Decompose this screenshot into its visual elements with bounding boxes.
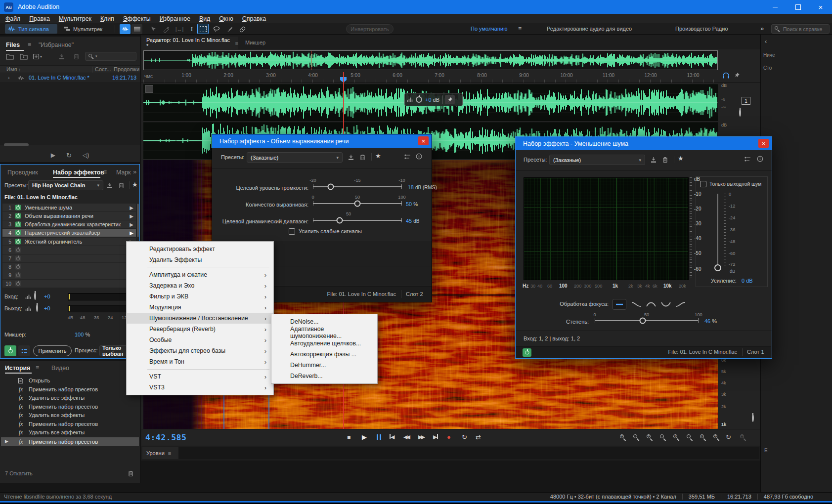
razor-tool[interactable] [161,24,171,34]
slider-thumb[interactable] [337,217,343,224]
rewind-button[interactable]: ◀◀ [403,434,409,441]
tab-mixer[interactable]: Микшер [245,40,265,46]
rack-panel-menu-icon[interactable]: ≡ [103,168,107,176]
swap-button[interactable]: ⇄ [476,433,481,441]
power-icon[interactable] [15,272,21,278]
marquee-tool-selected[interactable] [197,24,209,34]
rack-save-preset-button[interactable] [106,181,115,189]
file-name[interactable]: 01. Love In C Minor.flac * [29,75,89,82]
rack-favorite-star-icon[interactable]: ★ [132,181,138,189]
menu-item-vst[interactable]: VST› [127,371,273,382]
workspace-audio-for-video[interactable]: Редактирование аудио для видео [547,26,632,33]
workspace-overflow-icon[interactable]: » [760,25,764,33]
focus-notch-button[interactable] [660,301,672,308]
rack-preset-dropdown[interactable]: Hip Hop Vocal Chain▾ [28,180,103,190]
rail-knob-spectral[interactable] [752,414,754,422]
menu-file[interactable]: Файл [1,15,25,22]
menu-edit[interactable]: Правка [25,15,54,22]
submenu-item-dereverb[interactable]: DeReverb... [272,371,377,381]
gain-slider-thumb[interactable] [714,264,721,271]
speech-preset-dropdown[interactable]: (Заказные)▾ [247,152,343,163]
slot-arrow-icon[interactable]: ▶ [127,230,136,236]
slider-thumb[interactable] [354,201,361,207]
history-item[interactable]: fxУдалить все эффекты [1,428,139,437]
output-noise-only-checkbox[interactable] [700,181,706,187]
history-item[interactable]: fxПрименить набор пресетов [1,403,139,411]
menu-window[interactable]: Окно [215,15,238,22]
column-separator2[interactable] [111,67,111,73]
history-item[interactable]: fxПрименить набор пресетов [1,385,139,394]
skip-back-button[interactable]: ◀ [390,434,394,441]
tab-browser[interactable]: Проводник [7,169,38,176]
effect-slot-3[interactable]: 3Обработка динамических характеристик▶ [2,220,136,228]
effect-slot-7[interactable]: 7 [2,254,136,262]
history-item-open[interactable]: Открыть [1,377,139,385]
zoom-reset-button[interactable]: ↻ [726,433,731,441]
history-item[interactable]: fxУдалить все эффекты [1,394,139,402]
power-icon[interactable] [15,281,21,286]
monitor-headphone-icon[interactable] [722,72,730,79]
zoom-full-button[interactable]: + [712,433,720,441]
zoom-out-time-button[interactable]: − [659,433,667,441]
zoom-selection-button[interactable] [686,433,694,441]
menu-item-vst3[interactable]: VST3› [127,382,273,393]
tab-effects-rack[interactable]: Набор эффектов [53,169,104,176]
collapsed-panel-label[interactable]: Ниче [763,52,775,59]
dialog-speech-close-button[interactable]: × [418,136,429,145]
zoom-out-button[interactable]: − [632,433,640,441]
submenu-item-adaptive-noise-reduction[interactable]: Адаптивное шумопонижение... [272,327,377,338]
power-icon[interactable] [15,221,21,227]
waveform-editor-button[interactable]: Тип сигнала [5,24,57,34]
menu-clip[interactable]: Клип [96,15,119,22]
menu-item-delay-echo[interactable]: Задержка и Эхо› [127,280,273,291]
effect-slot-1[interactable]: 1Уменьшение шума▶ [2,204,136,211]
rack-mixer-value[interactable]: 100 % [75,332,90,338]
focus-lowpass-button[interactable] [630,301,642,308]
pause-button[interactable] [376,434,382,441]
rail-pin-icon[interactable] [734,72,740,78]
waveform-view-button[interactable] [120,24,131,34]
effect-slot-4-selected[interactable]: 4Параметрический эквалайзер▶ [2,229,136,237]
noise-power-button[interactable] [523,348,531,357]
menu-item-special[interactable]: Особые› [127,335,273,345]
amount-slider[interactable] [595,317,699,326]
dialog-noise-close-button[interactable]: × [758,139,769,148]
multitrack-button[interactable]: Мультитрек [61,24,110,34]
slot-arrow-icon[interactable]: ▶ [127,213,136,219]
spot-heal-tool[interactable] [237,24,247,34]
new-item-button[interactable]: ▾ [33,52,44,60]
preview-loop-icon[interactable]: ↻ [66,152,72,159]
tab-video[interactable]: Видео [51,365,69,372]
preview-speaker-icon[interactable]: ◁) [83,152,89,159]
zoom-sel-left-button[interactable]: ‹ [672,433,680,441]
time-display[interactable]: 4:42.585 [145,433,186,443]
zoom-disabled-button[interactable]: + [739,433,747,441]
effect-slot-9[interactable]: 9 [2,271,136,279]
record-button[interactable]: ● [447,433,451,441]
noise-save-preset-button[interactable] [650,156,659,164]
noise-info-icon[interactable] [757,156,763,162]
speech-routing-icon[interactable] [404,154,411,160]
spectral-view-button[interactable] [131,24,142,34]
zoom-sel-right-button[interactable]: › [699,433,707,441]
editor-tab-menu-icon[interactable]: ≡ [235,40,238,46]
leveling-amount-slider[interactable] [313,200,402,209]
fast-forward-button[interactable]: ▶▶ [418,434,424,441]
power-icon[interactable] [15,205,21,210]
help-search-box[interactable] [771,24,830,34]
power-icon[interactable] [15,239,21,244]
menu-multitrack[interactable]: Мультитрек [54,15,96,22]
overview-playhead[interactable] [311,51,311,70]
menu-item-time-pitch[interactable]: Время и Тон› [127,356,273,367]
submenu-item-auto-click-remover[interactable]: Автоудаление щелчков... [272,338,377,349]
hud-gain-knob[interactable] [416,96,422,103]
menu-favorites[interactable]: Избранное [155,15,195,22]
tab-levels[interactable]: Уровни ≡ [142,447,178,459]
channel1-badge[interactable]: 1 [742,97,750,105]
effect-slot-2[interactable]: 2Объем выравнивания речи▶ [2,212,136,220]
menu-item-remove-effects[interactable]: Удалить Эффекты [127,254,273,265]
focus-highpass-button[interactable] [675,301,687,308]
files-panel-menu-icon[interactable]: ≡ [28,41,31,48]
files-search-box[interactable]: ▾ [85,52,136,61]
menu-item-stereo-imagery[interactable]: Эффекты для стерео базы› [127,345,273,356]
